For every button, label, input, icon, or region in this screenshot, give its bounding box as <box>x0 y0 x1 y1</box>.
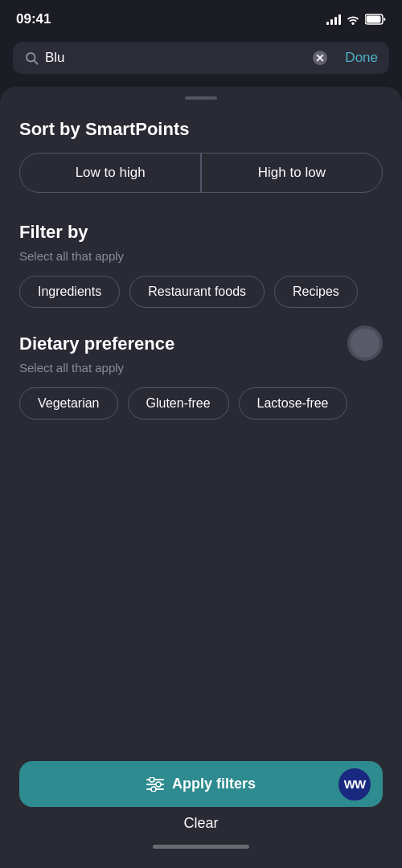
chip-ingredients[interactable]: Ingredients <box>19 276 120 308</box>
search-icon <box>24 51 39 65</box>
apply-btn-container: Apply filters WW <box>19 761 383 807</box>
clear-btn-container: Clear <box>0 815 402 849</box>
chip-lactose-free[interactable]: Lactose-free <box>239 387 347 420</box>
sort-high-to-low-button[interactable]: High to low <box>202 154 382 192</box>
chip-vegetarian[interactable]: Vegetarian <box>19 387 118 420</box>
sort-low-to-high-button[interactable]: Low to high <box>20 154 200 192</box>
done-button[interactable]: Done <box>345 50 378 66</box>
dietary-chip-row: Vegetarian Gluten-free Lactose-free <box>19 387 383 420</box>
wifi-icon <box>346 14 360 25</box>
status-time: 09:41 <box>16 11 51 27</box>
dietary-section-subtitle: Select all that apply <box>19 361 383 375</box>
chip-recipes[interactable]: Recipes <box>274 276 358 308</box>
status-bar: 09:41 <box>0 0 402 35</box>
svg-point-10 <box>156 782 161 787</box>
filter-icon <box>146 777 164 792</box>
chip-restaurant-foods[interactable]: Restaurant foods <box>129 276 265 308</box>
drag-handle <box>185 96 217 100</box>
filter-panel: Sort by SmartPoints Low to high High to … <box>0 87 402 868</box>
scroll-indicator <box>347 326 383 361</box>
status-icons <box>326 14 386 25</box>
search-clear-button[interactable] <box>313 51 327 65</box>
svg-point-9 <box>150 777 154 782</box>
filter-section-subtitle: Select all that apply <box>19 249 383 263</box>
apply-filters-button[interactable]: Apply filters WW <box>19 761 383 807</box>
dietary-section-title: Dietary preference <box>19 334 383 354</box>
svg-line-3 <box>34 60 37 63</box>
home-indicator <box>153 845 249 849</box>
filter-section-title: Filter by <box>19 222 383 243</box>
ww-logo: WW <box>336 766 373 803</box>
apply-btn-text: Apply filters <box>172 776 256 792</box>
scroll-indicator-inner <box>351 329 379 358</box>
chip-gluten-free[interactable]: Gluten-free <box>128 387 229 420</box>
svg-point-11 <box>151 787 156 792</box>
search-bar-left: Blu <box>24 50 306 66</box>
svg-rect-1 <box>367 16 381 23</box>
clear-button[interactable]: Clear <box>183 815 218 832</box>
signal-icon <box>326 14 341 25</box>
battery-icon <box>365 14 386 25</box>
dietary-section: Dietary preference Select all that apply… <box>19 334 383 420</box>
search-input[interactable]: Blu <box>45 50 65 66</box>
filter-chip-row: Ingredients Restaurant foods Recipes <box>19 276 383 308</box>
sort-buttons: Low to high High to low <box>19 153 383 193</box>
sort-section-title: Sort by SmartPoints <box>19 119 383 140</box>
ww-logo-text: WW <box>344 777 365 791</box>
search-bar: Blu Done <box>13 42 389 74</box>
